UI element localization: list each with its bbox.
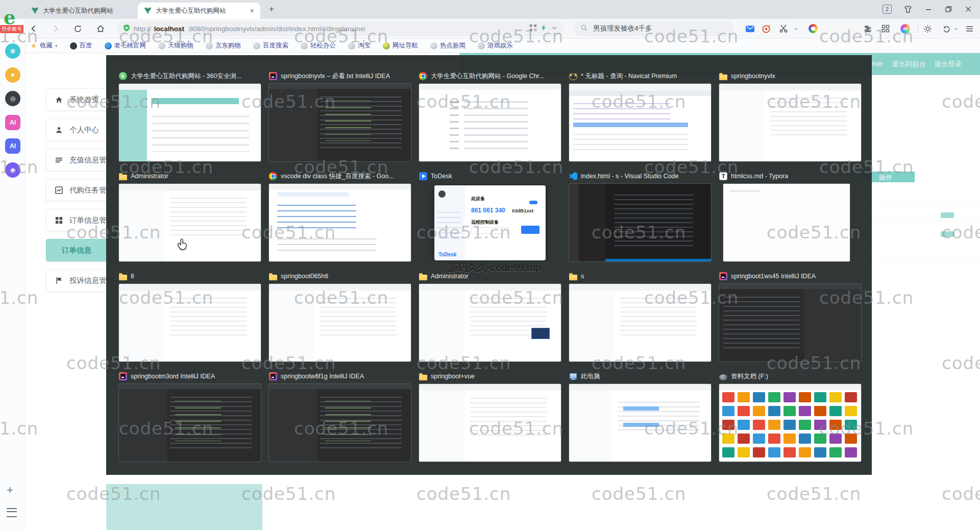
bookmark-item[interactable]: 网址导航 <box>383 41 418 50</box>
skin-theme-icon[interactable] <box>902 4 914 14</box>
task-window[interactable]: springboot1ws45 IntelliJ IDEA <box>719 272 865 362</box>
task-window[interactable]: Administrator <box>119 172 265 261</box>
minimize-button[interactable] <box>923 4 934 14</box>
restore-button[interactable] <box>943 4 954 14</box>
brightness-icon[interactable] <box>922 23 933 34</box>
window-thumbnail[interactable] <box>719 284 861 362</box>
bookmark-item[interactable]: 百度 <box>70 41 92 50</box>
task-window[interactable]: index.html - s - Visual Studio Code <box>569 172 715 261</box>
task-window[interactable]: springbootnyvlx – 必看.txt IntelliJ IDEA <box>269 71 415 161</box>
login-account-badge[interactable]: 登录账号 <box>0 25 23 33</box>
apps-grid-icon[interactable] <box>880 23 891 34</box>
todesk-remote-input[interactable] <box>471 227 509 234</box>
task-window[interactable]: vscode div class 快捷_百度搜索 - Goo... <box>269 172 415 261</box>
window-thumbnail[interactable] <box>119 384 261 462</box>
window-thumbnail[interactable] <box>419 284 561 362</box>
task-window[interactable]: springbootw6f1g IntelliJ IDEA <box>269 372 415 462</box>
task-window[interactable]: springboot+vue <box>419 372 565 462</box>
tab-close-button[interactable]: × <box>250 7 254 15</box>
task-window[interactable]: * 无标题 - 查询 - Navicat Premium <box>569 71 715 161</box>
task-window[interactable]: springbootm3ord IntelliJ IDEA <box>119 372 265 462</box>
search-input[interactable] <box>592 25 712 33</box>
close-button[interactable] <box>963 4 974 14</box>
home-button[interactable] <box>95 23 106 34</box>
palette-icon[interactable] <box>807 23 819 34</box>
task-window[interactable]: s <box>569 272 715 362</box>
todesk-connect-button[interactable] <box>521 226 540 234</box>
window-thumbnail[interactable] <box>569 184 711 261</box>
chevron-down-icon[interactable] <box>551 25 558 33</box>
back-button[interactable] <box>28 23 39 34</box>
window-thumbnail[interactable] <box>419 384 561 462</box>
window-thumbnail[interactable] <box>269 284 411 362</box>
address-bar[interactable]: http://localhost:8080/springbootnyvlx/ad… <box>116 21 564 36</box>
rail-list-icon[interactable] <box>7 508 17 517</box>
screenshot-icon[interactable]: ◎ <box>5 91 20 106</box>
bookmark-item[interactable]: 淘宝 <box>348 41 371 50</box>
task-window[interactable]: 资料文档 (F:) <box>719 372 865 462</box>
bookmark-item[interactable]: 京东购物 <box>206 41 241 50</box>
refresh-button[interactable] <box>72 23 83 34</box>
ai-assistant-icon[interactable]: AI <box>899 23 911 34</box>
bookmark-item[interactable]: 天猫购物 <box>158 41 193 50</box>
window-thumbnail[interactable] <box>569 284 711 362</box>
search-box[interactable] <box>574 21 733 36</box>
new-tab-button[interactable]: + <box>266 4 277 15</box>
toolbox-icon[interactable]: ⊕ <box>5 43 20 59</box>
task-window[interactable]: ToDesk此设备861 061 34003dB1xst远程控制设备ToDesk <box>419 172 565 261</box>
site-safety-icon[interactable] <box>122 24 131 34</box>
action-button-pill[interactable] <box>941 231 954 237</box>
task-window[interactable]: 6 <box>119 272 265 362</box>
bookmark-item[interactable]: 老毛桃官网 <box>105 41 146 50</box>
todesk-toggle[interactable] <box>529 201 537 204</box>
favorites-star-icon[interactable]: ★ <box>5 67 20 83</box>
main-menu-icon[interactable] <box>964 23 975 34</box>
pc-app-icon <box>569 372 577 380</box>
window-thumbnail[interactable] <box>569 84 711 161</box>
window-thumbnail[interactable] <box>569 384 711 462</box>
task-window[interactable]: Administrator <box>419 272 565 362</box>
window-thumbnail[interactable] <box>723 184 850 261</box>
forward-button[interactable] <box>50 23 61 34</box>
file-icon-chip <box>829 406 842 416</box>
mail-icon[interactable] <box>744 23 755 34</box>
window-thumbnail[interactable] <box>119 284 261 362</box>
window-thumbnail[interactable]: 此设备861 061 34003dB1xst远程控制设备ToDesk <box>419 184 561 261</box>
tab-count-badge[interactable]: 2 <box>883 5 892 14</box>
bookmark-item[interactable]: 轻松办公 <box>301 41 336 50</box>
task-window[interactable]: springbootnyvlx <box>719 71 865 161</box>
window-thumbnail[interactable] <box>269 84 411 161</box>
bookmark-item[interactable]: 游戏娱乐 <box>478 41 513 50</box>
window-thumbnail[interactable] <box>269 384 411 462</box>
task-window[interactable]: springboot065h6 <box>269 272 415 362</box>
window-thumbnail[interactable] <box>419 84 561 161</box>
undo-caret-icon[interactable] <box>950 23 962 34</box>
extensions-puzzle-icon[interactable] <box>862 23 873 34</box>
window-thumbnail[interactable] <box>119 84 261 161</box>
assistant-robot-icon[interactable]: ◉ <box>5 162 20 178</box>
weibo-icon[interactable] <box>761 23 772 34</box>
rail-add-button[interactable]: + <box>7 484 13 497</box>
browser-tab-1[interactable]: 大学生爱心互助代购网站 <box>25 3 136 19</box>
ai-write-icon[interactable]: AI <box>5 138 20 154</box>
task-window[interactable]: 大学生爱心互助代购网站 - Google Chr... <box>419 71 565 161</box>
browser-tab-2[interactable]: 大学生爱心互助代购网站 × <box>138 3 260 19</box>
bookmark-item[interactable]: 热点新闻 <box>430 41 465 50</box>
qr-code-icon[interactable] <box>529 24 537 33</box>
task-window[interactable]: e大学生爱心互助代购网站 - 360安全浏... <box>119 71 265 161</box>
scissors-caret-icon[interactable] <box>790 23 801 34</box>
exit-to-front-link[interactable]: 退出到前台 <box>892 60 926 69</box>
ai-chat-icon[interactable]: AI <box>5 115 20 130</box>
window-thumbnail[interactable] <box>719 384 861 462</box>
action-button-pill[interactable] <box>941 212 954 218</box>
speed-bolt-icon[interactable] <box>540 24 548 33</box>
window-thumbnail[interactable] <box>269 184 411 261</box>
task-window[interactable]: 此电脑 <box>569 372 715 462</box>
logout-link[interactable]: 退出登录 <box>934 60 962 69</box>
window-thumbnail[interactable] <box>719 84 861 161</box>
screenshot-scissors-icon[interactable] <box>778 23 789 34</box>
bookmark-item[interactable]: 百度搜索 <box>253 41 288 50</box>
task-window[interactable]: Thtmlcss.md - Typora <box>719 172 865 261</box>
sidebar-item-label: 系统首页 <box>69 95 99 105</box>
bookmark-item[interactable]: ★收藏▾ <box>30 41 58 50</box>
